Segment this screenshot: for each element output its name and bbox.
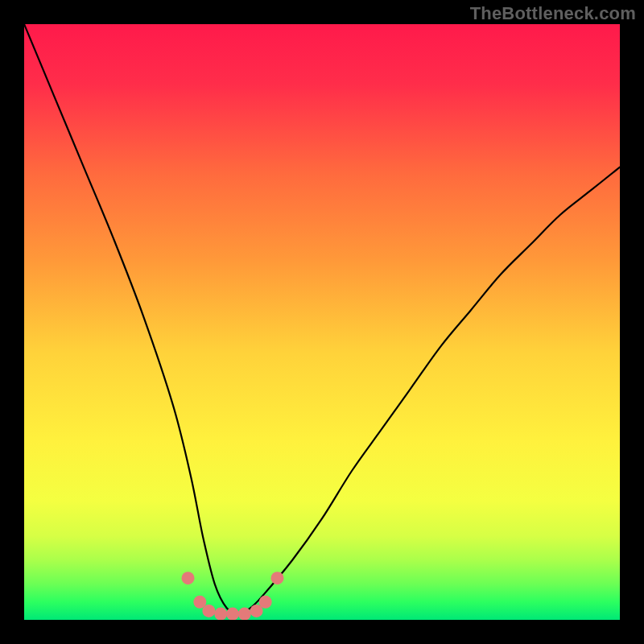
- bottleneck-range-dots: [182, 572, 284, 620]
- bottleneck-curve: [24, 24, 620, 614]
- marker-dot: [202, 605, 215, 617]
- chart-frame: [24, 24, 620, 620]
- chart-plot: [24, 24, 620, 620]
- marker-dot: [259, 596, 272, 609]
- marker-dot: [226, 608, 239, 620]
- marker-dot: [182, 572, 195, 584]
- marker-dot: [214, 608, 227, 620]
- marker-dot: [271, 572, 284, 584]
- marker-dot: [238, 608, 251, 620]
- attribution-label: TheBottleneck.com: [470, 3, 636, 24]
